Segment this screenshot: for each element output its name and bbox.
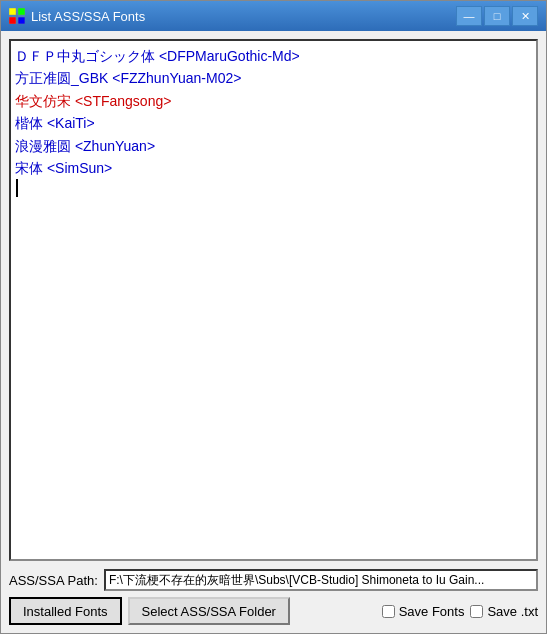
save-fonts-checkbox[interactable] — [382, 605, 395, 618]
svg-rect-3 — [18, 17, 25, 24]
title-bar: List ASS/SSA Fonts — □ ✕ — [1, 1, 546, 31]
text-cursor — [16, 179, 532, 197]
save-txt-checkbox[interactable] — [470, 605, 483, 618]
buttons-row: Installed Fonts Select ASS/SSA Folder Sa… — [9, 597, 538, 625]
save-txt-checkbox-group[interactable]: Save .txt — [470, 604, 538, 619]
font-list-item[interactable]: ＤＦＰ中丸ゴシック体 <DFPMaruGothic-Md> — [15, 45, 532, 67]
path-row: ASS/SSA Path: — [9, 569, 538, 591]
font-list-item[interactable]: 宋体 <SimSun> — [15, 157, 532, 179]
path-input[interactable] — [104, 569, 538, 591]
svg-rect-1 — [18, 8, 25, 15]
bottom-section: ASS/SSA Path: Installed Fonts Select ASS… — [1, 565, 546, 633]
svg-rect-0 — [9, 8, 16, 15]
svg-rect-2 — [9, 17, 16, 24]
font-list-item[interactable]: 楷体 <KaiTi> — [15, 112, 532, 134]
font-list-item[interactable]: 浪漫雅圆 <ZhunYuan> — [15, 135, 532, 157]
font-list-item[interactable]: 华文仿宋 <STFangsong> — [15, 90, 532, 112]
window-title: List ASS/SSA Fonts — [31, 9, 456, 24]
font-list-item[interactable]: 方正准圆_GBK <FZZhunYuan-M02> — [15, 67, 532, 89]
font-list[interactable]: ＤＦＰ中丸ゴシック体 <DFPMaruGothic-Md>方正准圆_GBK <F… — [9, 39, 538, 561]
select-folder-button[interactable]: Select ASS/SSA Folder — [128, 597, 290, 625]
window-controls: — □ ✕ — [456, 6, 538, 26]
close-button[interactable]: ✕ — [512, 6, 538, 26]
minimize-button[interactable]: — — [456, 6, 482, 26]
save-txt-label: Save .txt — [487, 604, 538, 619]
main-window: List ASS/SSA Fonts — □ ✕ ＤＦＰ中丸ゴシック体 <DFP… — [0, 0, 547, 634]
save-fonts-label: Save Fonts — [399, 604, 465, 619]
save-fonts-checkbox-group[interactable]: Save Fonts — [382, 604, 465, 619]
app-icon — [9, 8, 25, 24]
maximize-button[interactable]: □ — [484, 6, 510, 26]
path-label: ASS/SSA Path: — [9, 573, 98, 588]
installed-fonts-button[interactable]: Installed Fonts — [9, 597, 122, 625]
